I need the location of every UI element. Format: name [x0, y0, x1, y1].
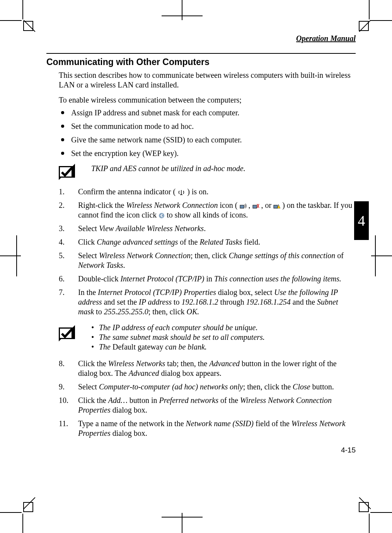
- step-text: Select: [78, 251, 99, 260]
- step-text: Advanced: [129, 369, 159, 377]
- note-box: The IP address of each computer should b…: [59, 323, 356, 352]
- step-text: IP address: [139, 298, 172, 306]
- wireless-disconnected-icon: [252, 203, 259, 209]
- step-text: to: [94, 307, 104, 316]
- steps-list: Confirm the antenna indicator ( ) is on.…: [59, 187, 356, 317]
- step-text: This connection uses the following items…: [214, 274, 341, 283]
- step-item: Click Change advanced settings of the Re…: [59, 237, 356, 247]
- step-text: icon (: [218, 201, 237, 209]
- step-text: 255.255.255.0: [104, 307, 148, 316]
- step-item: Select Wireless Network Connection; then…: [59, 251, 356, 270]
- step-text: Close: [293, 382, 310, 391]
- step-text: ; then, click: [148, 307, 187, 316]
- step-text: Related Tasks: [199, 238, 242, 246]
- step-text: in: [204, 274, 214, 283]
- step-item: Select View Available Wireless Networks.: [59, 224, 356, 233]
- enable-intro: To enable wireless communication between…: [59, 95, 356, 105]
- step-text: .: [204, 224, 206, 233]
- step-text: .: [123, 261, 125, 269]
- intro-paragraph: This section describes how to communicat…: [59, 70, 356, 90]
- step-text: to: [172, 298, 182, 306]
- step-text: Click the: [78, 359, 108, 368]
- step-text: Change advanced settings: [97, 238, 178, 246]
- steps-list-cont: Click the Wireless Networks tab; then, t…: [59, 359, 356, 438]
- step-item: Type a name of the network in the Networ…: [59, 419, 356, 438]
- step-text: Select: [78, 224, 99, 233]
- page-number: 4-15: [46, 446, 356, 454]
- step-text: ; then, click the: [243, 382, 293, 391]
- note-text: can be blank.: [164, 343, 207, 351]
- step-text: ) is on.: [187, 187, 208, 196]
- step-text: Preferred networks: [159, 396, 218, 404]
- step-text: field.: [242, 238, 260, 246]
- note-text: Default gateway: [112, 343, 164, 351]
- list-item: Assign IP address and subnet mask for ea…: [59, 108, 356, 118]
- step-text: Network name (SSID): [186, 419, 254, 428]
- step-item: Right-click the Wireless Network Connect…: [59, 201, 356, 220]
- step-text: Wireless Networks: [108, 359, 165, 368]
- step-item: Click the Wireless Networks tab; then, t…: [59, 359, 356, 378]
- note-text: The: [99, 343, 112, 351]
- step-text: of: [335, 251, 344, 260]
- list-item: Give the same network name (SSID) to eac…: [59, 135, 356, 145]
- svg-rect-3: [253, 205, 257, 208]
- step-text: Wireless Network Connection: [99, 251, 191, 260]
- step-text: to show all kinds of icons.: [167, 211, 248, 219]
- step-text: dialog box, select: [216, 288, 274, 296]
- step-text: 192.168.1.254: [246, 298, 291, 306]
- step-text: Type a name of the network in the: [78, 419, 186, 428]
- step-text: dialog box appears.: [159, 369, 222, 377]
- header-rule: [46, 53, 356, 54]
- step-item: Click the Add… button in Preferred netwo…: [59, 396, 356, 415]
- note-item: The Default gateway can be blank.: [91, 342, 265, 352]
- step-text: Wireless Network Connection: [126, 201, 218, 209]
- note-item: The IP address of each computer should b…: [91, 323, 265, 332]
- step-text: Click: [78, 238, 97, 246]
- section-title: Communicating with Other Computers: [46, 57, 356, 67]
- step-text: Computer-to-computer (ad hoc) networks o…: [99, 382, 243, 391]
- step-text: Internet Protocol (TCP/IP): [120, 274, 204, 283]
- step-text: Advanced: [209, 359, 240, 368]
- step-text: Select: [78, 382, 99, 391]
- show-hidden-icons-icon: [159, 213, 165, 219]
- note-item: The same subnet mask should be set to al…: [91, 332, 265, 342]
- step-text: and the: [291, 298, 317, 306]
- antenna-icon: [177, 189, 185, 195]
- svg-point-6: [159, 213, 164, 218]
- running-header: Operation Manual: [46, 34, 356, 43]
- step-text: field of the: [254, 419, 291, 428]
- step-item: Select Computer-to-computer (ad hoc) net…: [59, 382, 356, 392]
- step-text: tab; then, the: [165, 359, 209, 368]
- note-box: TKIP and AES cannot be utilized in ad-ho…: [59, 164, 356, 180]
- svg-rect-4: [274, 205, 278, 208]
- step-text: Change settings of this connection: [229, 251, 336, 260]
- list-item: Set the encryption key (WEP key).: [59, 149, 356, 158]
- wireless-connected-icon: [240, 203, 247, 209]
- svg-rect-2: [240, 205, 244, 208]
- step-item: Confirm the antenna indicator ( ) is on.: [59, 187, 356, 197]
- step-text: and set the: [102, 298, 139, 306]
- checkmark-note-icon: [59, 325, 75, 341]
- step-item: Double-click Internet Protocol (TCP/IP) …: [59, 274, 356, 284]
- step-text: , or: [261, 201, 274, 209]
- step-text: button.: [310, 382, 334, 391]
- step-text: button in: [128, 396, 159, 404]
- wireless-warning-icon: [273, 203, 280, 209]
- step-text: Click the: [78, 396, 108, 404]
- step-text: View Available Wireless Networks: [99, 224, 204, 233]
- step-text: ,: [249, 201, 252, 209]
- step-text: dialog box.: [111, 406, 147, 414]
- note-text: TKIP and AES cannot be utilized in ad-ho…: [91, 164, 245, 173]
- step-text: 192.168.1.2: [182, 298, 218, 306]
- step-text: of the: [218, 396, 240, 404]
- list-item: Set the communication mode to ad hoc.: [59, 122, 356, 131]
- step-text: Internet Protocol (TCP/IP) Properties: [98, 288, 216, 296]
- step-text: Network Tasks: [78, 261, 123, 269]
- step-text: Confirm the antenna indicator (: [78, 187, 176, 196]
- step-text: Double-click: [78, 274, 120, 283]
- step-text: ; then, click: [191, 251, 229, 260]
- chapter-tab: 4: [354, 201, 369, 240]
- step-text: OK.: [187, 307, 199, 316]
- note-list: The IP address of each computer should b…: [91, 323, 265, 352]
- step-item: In the Internet Protocol (TCP/IP) Proper…: [59, 288, 356, 317]
